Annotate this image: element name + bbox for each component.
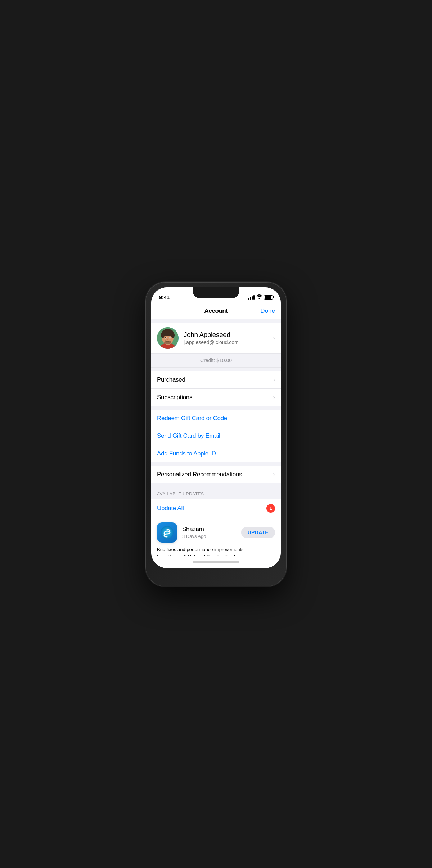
user-name: John Appleseed bbox=[184, 331, 268, 339]
user-email: j.appleseed@icloud.com bbox=[184, 339, 268, 345]
update-all-label: Update All bbox=[157, 505, 184, 512]
purchased-chevron: › bbox=[273, 376, 275, 383]
svg-point-12 bbox=[167, 339, 168, 339]
update-all-row[interactable]: Update All 1 bbox=[151, 499, 281, 518]
svg-point-11 bbox=[164, 341, 171, 344]
svg-point-5 bbox=[161, 332, 165, 338]
svg-point-6 bbox=[171, 332, 175, 338]
signal-icon bbox=[248, 295, 255, 300]
add-funds-label: Add Funds to Apple ID bbox=[157, 450, 216, 457]
home-indicator bbox=[151, 556, 281, 568]
add-funds-row[interactable]: Add Funds to Apple ID bbox=[151, 445, 281, 462]
recommendations-label: Personalized Recommendations bbox=[157, 471, 242, 478]
section-gap-4 bbox=[151, 462, 281, 466]
user-section: John Appleseed j.appleseed@icloud.com › … bbox=[151, 323, 281, 368]
update-button[interactable]: UPDATE bbox=[241, 527, 275, 538]
gift-section: Redeem Gift Card or Code Send Gift Card … bbox=[151, 410, 281, 462]
battery-icon bbox=[264, 295, 273, 300]
section-gap-2 bbox=[151, 368, 281, 371]
purchased-row[interactable]: Purchased › bbox=[151, 371, 281, 389]
nav-bar: Account Done bbox=[151, 303, 281, 319]
phone-screen: 9:41 Accou bbox=[151, 287, 281, 568]
updates-section-header: AVAILABLE UPDATES bbox=[151, 487, 281, 499]
app-update-row: Shazam 3 Days Ago UPDATE Bug fixes and p… bbox=[151, 518, 281, 556]
send-gift-label: Send Gift Card by Email bbox=[157, 432, 220, 440]
home-bar bbox=[193, 561, 239, 563]
app-description: Bug fixes and performance improvements.L… bbox=[157, 546, 275, 556]
redeem-gift-label: Redeem Gift Card or Code bbox=[157, 415, 227, 422]
wifi-icon bbox=[256, 294, 262, 300]
app-description-text: Bug fixes and performance improvements.L… bbox=[157, 547, 246, 556]
scroll-content[interactable]: Account Done bbox=[151, 303, 281, 556]
page-title: Account bbox=[204, 307, 228, 315]
credit-text: Credit: $10.00 bbox=[200, 357, 232, 363]
app-date: 3 Days Ago bbox=[182, 534, 236, 539]
phone-device: 9:41 Accou bbox=[146, 282, 286, 586]
user-info: John Appleseed j.appleseed@icloud.com bbox=[184, 331, 268, 345]
purchased-label: Purchased bbox=[157, 376, 185, 383]
updates-header-label: AVAILABLE UPDATES bbox=[157, 491, 204, 496]
subscriptions-label: Subscriptions bbox=[157, 394, 192, 401]
recommendations-chevron: › bbox=[273, 471, 275, 478]
status-icons bbox=[248, 294, 273, 300]
section-gap-5 bbox=[151, 483, 281, 487]
user-profile-row[interactable]: John Appleseed j.appleseed@icloud.com › bbox=[151, 323, 281, 354]
credit-row: Credit: $10.00 bbox=[151, 354, 281, 368]
send-gift-row[interactable]: Send Gift Card by Email bbox=[151, 427, 281, 445]
app-name: Shazam bbox=[182, 526, 236, 533]
recommendations-section: Personalized Recommendations › bbox=[151, 466, 281, 483]
redeem-gift-row[interactable]: Redeem Gift Card or Code bbox=[151, 410, 281, 427]
subscriptions-row[interactable]: Subscriptions › bbox=[151, 389, 281, 406]
svg-point-9 bbox=[165, 337, 166, 338]
purchases-section: Purchased › Subscriptions › bbox=[151, 371, 281, 406]
user-row-chevron: › bbox=[273, 334, 275, 342]
app-row-top: Shazam 3 Days Ago UPDATE bbox=[157, 522, 275, 543]
svg-point-10 bbox=[170, 337, 171, 338]
recommendations-row[interactable]: Personalized Recommendations › bbox=[151, 466, 281, 483]
app-info: Shazam 3 Days Ago bbox=[182, 526, 236, 539]
shazam-app-icon bbox=[157, 522, 177, 543]
notch bbox=[193, 287, 239, 298]
avatar bbox=[157, 327, 179, 349]
subscriptions-chevron: › bbox=[273, 394, 275, 401]
section-gap-3 bbox=[151, 406, 281, 410]
status-bar: 9:41 bbox=[151, 287, 281, 303]
updates-badge: 1 bbox=[266, 504, 275, 513]
section-gap bbox=[151, 319, 281, 323]
status-time: 9:41 bbox=[159, 294, 170, 300]
done-button[interactable]: Done bbox=[260, 307, 275, 315]
